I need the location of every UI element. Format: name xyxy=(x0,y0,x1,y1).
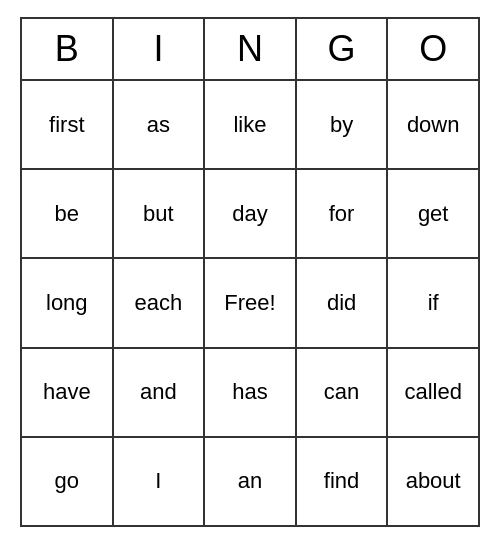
bingo-cell-2-2: Free! xyxy=(205,259,297,346)
bingo-cell-3-0: have xyxy=(22,349,114,436)
bingo-cell-0-4: down xyxy=(388,81,478,168)
bingo-cell-4-1: I xyxy=(114,438,206,525)
bingo-cell-1-2: day xyxy=(205,170,297,257)
header-cell-g: G xyxy=(297,19,389,79)
bingo-cell-3-4: called xyxy=(388,349,478,436)
bingo-cell-2-0: long xyxy=(22,259,114,346)
bingo-cell-0-3: by xyxy=(297,81,389,168)
bingo-header: BINGO xyxy=(22,19,478,81)
bingo-row-2: longeachFree!didif xyxy=(22,259,478,348)
bingo-cell-3-2: has xyxy=(205,349,297,436)
bingo-cell-1-4: get xyxy=(388,170,478,257)
bingo-cell-1-1: but xyxy=(114,170,206,257)
bingo-cell-1-3: for xyxy=(297,170,389,257)
bingo-cell-4-3: find xyxy=(297,438,389,525)
header-cell-b: B xyxy=(22,19,114,79)
bingo-cell-0-1: as xyxy=(114,81,206,168)
bingo-row-3: haveandhascancalled xyxy=(22,349,478,438)
bingo-row-4: goIanfindabout xyxy=(22,438,478,525)
bingo-cell-2-4: if xyxy=(388,259,478,346)
bingo-cell-4-4: about xyxy=(388,438,478,525)
bingo-cell-4-0: go xyxy=(22,438,114,525)
bingo-cell-1-0: be xyxy=(22,170,114,257)
bingo-cell-2-3: did xyxy=(297,259,389,346)
bingo-row-1: bebutdayforget xyxy=(22,170,478,259)
header-cell-n: N xyxy=(205,19,297,79)
bingo-cell-2-1: each xyxy=(114,259,206,346)
bingo-cell-4-2: an xyxy=(205,438,297,525)
bingo-cell-3-1: and xyxy=(114,349,206,436)
header-cell-i: I xyxy=(114,19,206,79)
bingo-cell-0-0: first xyxy=(22,81,114,168)
bingo-body: firstaslikebydownbebutdayforgetlongeachF… xyxy=(22,81,478,525)
bingo-card: BINGO firstaslikebydownbebutdayforgetlon… xyxy=(20,17,480,527)
header-cell-o: O xyxy=(388,19,478,79)
bingo-row-0: firstaslikebydown xyxy=(22,81,478,170)
bingo-cell-3-3: can xyxy=(297,349,389,436)
bingo-cell-0-2: like xyxy=(205,81,297,168)
